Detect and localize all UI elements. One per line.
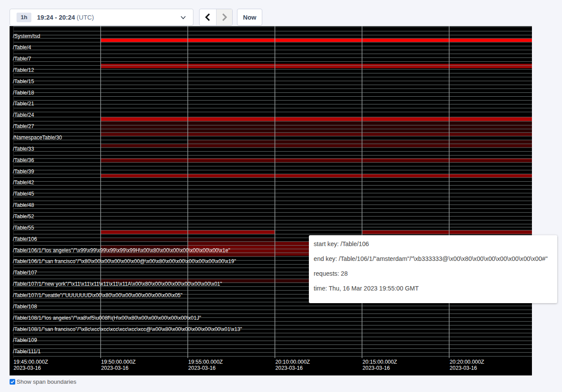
svg-text:/NamespaceTable/30: /NamespaceTable/30 — [13, 135, 62, 141]
svg-text:20:20:00.000Z: 20:20:00.000Z — [450, 359, 484, 365]
svg-text:/Table/27: /Table/27 — [13, 123, 34, 129]
svg-text:/Table/12: /Table/12 — [13, 67, 34, 73]
svg-text:/Table/106/1/"los angeles"/"\x: /Table/106/1/"los angeles"/"\x99\x99\x99… — [13, 247, 230, 253]
svg-text:/Table/4: /Table/4 — [13, 44, 31, 51]
svg-text:/Table/106: /Table/106 — [13, 236, 37, 242]
svg-text:/Table/15: /Table/15 — [13, 78, 34, 84]
svg-text:20:10:00.000Z: 20:10:00.000Z — [275, 359, 310, 365]
svg-text:2023-03-16: 2023-03-16 — [362, 365, 390, 371]
svg-text:/Table/107: /Table/107 — [13, 270, 37, 276]
svg-text:/Table/55: /Table/55 — [13, 225, 34, 231]
svg-text:/Table/108/1/"los angeles"/"\x: /Table/108/1/"los angeles"/"\xa8\xf5\u00… — [13, 315, 201, 321]
svg-text:/Table/107/1/"seattle"/"UUUUUU: /Table/107/1/"seattle"/"UUUUUUD\x00\x80\… — [13, 292, 183, 298]
svg-text:20:15:00.000Z: 20:15:00.000Z — [362, 359, 397, 365]
svg-text:2023-03-16: 2023-03-16 — [188, 365, 216, 371]
svg-text:/Table/21: /Table/21 — [13, 101, 34, 107]
svg-text:2023-03-16: 2023-03-16 — [450, 365, 477, 371]
svg-text:/Table/111/1: /Table/111/1 — [13, 348, 41, 355]
svg-text:/Table/109: /Table/109 — [13, 337, 37, 343]
svg-text:2023-03-16: 2023-03-16 — [101, 365, 129, 371]
svg-text:/System/tsd: /System/tsd — [13, 33, 41, 39]
svg-text:/Table/45: /Table/45 — [13, 191, 34, 197]
svg-text:/Table/42: /Table/42 — [13, 179, 34, 186]
svg-text:2023-03-16: 2023-03-16 — [14, 365, 41, 371]
svg-text:19:50:00.000Z: 19:50:00.000Z — [101, 359, 136, 365]
svg-text:/Table/48: /Table/48 — [13, 202, 34, 208]
svg-text:/Table/108/1/"san francisco"/": /Table/108/1/"san francisco"/"\x8c\xcc\x… — [13, 326, 242, 332]
svg-text:/Table/108: /Table/108 — [13, 304, 37, 310]
svg-text:/Table/33: /Table/33 — [13, 146, 34, 152]
svg-text:/Table/24: /Table/24 — [13, 112, 34, 118]
svg-text:19:45:00.000Z: 19:45:00.000Z — [14, 359, 48, 365]
svg-text:/Table/36: /Table/36 — [13, 157, 34, 163]
svg-text:19:55:00.000Z: 19:55:00.000Z — [188, 359, 223, 365]
svg-text:/Table/18: /Table/18 — [13, 90, 34, 96]
svg-text:/Table/52: /Table/52 — [13, 213, 34, 220]
svg-text:/Table/39: /Table/39 — [13, 169, 34, 175]
svg-text:/Table/107/1/"new york"/"\x11\: /Table/107/1/"new york"/"\x11\x11\x11\x1… — [13, 281, 222, 287]
svg-text:/Table/106/1/"san francisco"/": /Table/106/1/"san francisco"/"\x80\x00\x… — [13, 258, 236, 264]
svg-text:2023-03-16: 2023-03-16 — [275, 365, 303, 371]
svg-text:/Table/7: /Table/7 — [13, 56, 31, 62]
